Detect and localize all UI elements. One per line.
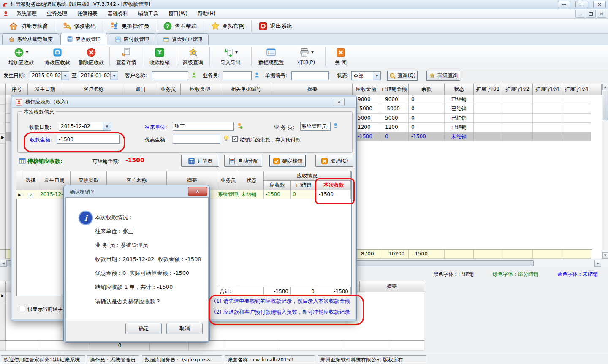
auto-assign-button[interactable]: 自动分配 bbox=[224, 155, 262, 167]
view-detail-button[interactable]: 查看详情 bbox=[111, 46, 141, 67]
date-from-combo[interactable]: 2015-09-02▼ bbox=[30, 71, 69, 80]
add-receivable-button[interactable]: ▼ 增加应收款 bbox=[2, 46, 41, 67]
salesman-person-icon[interactable] bbox=[254, 72, 260, 78]
col-header[interactable]: 扩展字段4 bbox=[562, 84, 591, 95]
dialog-salesman-input[interactable] bbox=[300, 122, 331, 131]
mdi-minimize-button[interactable]: — bbox=[575, 10, 585, 18]
data-config-button[interactable]: 数据项配置 bbox=[253, 46, 289, 67]
col-header[interactable]: 应收类型 bbox=[181, 84, 220, 95]
col-header[interactable]: 业务员 bbox=[156, 84, 181, 95]
scroll-down-icon[interactable]: ▼ bbox=[602, 252, 608, 259]
col-header[interactable]: 扩展字段1 bbox=[474, 84, 502, 95]
import-export-button[interactable]: ▼ 导入导出 bbox=[211, 46, 250, 67]
col-header[interactable]: 已结销金额 bbox=[380, 84, 409, 95]
col-header[interactable]: 扩展字段2 bbox=[502, 84, 533, 95]
discount-input[interactable] bbox=[173, 135, 220, 144]
menu-help[interactable]: 帮助(H) bbox=[193, 9, 220, 18]
customer-person-icon[interactable] bbox=[191, 72, 197, 78]
status-combo[interactable]: 全部▼ bbox=[351, 71, 381, 80]
vertical-scrollbar[interactable]: ▲ ▼ bbox=[602, 84, 608, 259]
detail-summary-header[interactable]: 摘要 bbox=[360, 281, 424, 292]
cancel-writeoff-button[interactable]: 取消(C) bbox=[315, 155, 353, 167]
writeoff-button[interactable]: ¥ 收款核销 bbox=[144, 46, 175, 67]
tab-payables[interactable]: 应付款管理 bbox=[109, 33, 155, 45]
dialog-close-button[interactable]: ✕ bbox=[334, 98, 345, 106]
calculator-button[interactable]: 计算器 bbox=[181, 155, 219, 167]
confirm-ok-button[interactable]: 确定 bbox=[125, 323, 162, 334]
row-select-checkbox[interactable]: ✓ bbox=[23, 190, 38, 199]
tab-system-nav[interactable]: 系统功能导航窗 bbox=[2, 33, 59, 45]
menu-business[interactable]: 业务处理 bbox=[42, 9, 72, 18]
edit-receivable-button[interactable]: 修改应收款 bbox=[41, 46, 74, 67]
print-button[interactable]: ▼ 打印(P) bbox=[289, 46, 324, 67]
col-header[interactable]: 余款 bbox=[409, 84, 445, 95]
scroll-left-icon[interactable]: ◀ bbox=[0, 260, 7, 267]
restore-button[interactable] bbox=[575, 1, 588, 8]
col-select-header[interactable]: 选择 bbox=[23, 171, 38, 190]
scroll-right-icon[interactable]: ▶ bbox=[594, 260, 601, 267]
svg-text:¥: ¥ bbox=[157, 49, 162, 56]
col-header[interactable]: 序号 bbox=[6, 84, 28, 95]
menu-system[interactable]: 系统管理 bbox=[11, 9, 42, 18]
customer-input[interactable] bbox=[152, 71, 188, 80]
col-current-header[interactable]: 本次收款 bbox=[317, 181, 351, 190]
close-button[interactable]: × bbox=[593, 1, 606, 8]
change-password-button[interactable]: 修改密码 bbox=[57, 20, 101, 33]
col-salesman-header[interactable]: 业务员 bbox=[217, 171, 239, 190]
mdi-restore-button[interactable] bbox=[586, 10, 596, 18]
counterparty-person-icon[interactable] bbox=[236, 122, 243, 129]
col-header[interactable]: 摘要 bbox=[272, 84, 353, 95]
col-header[interactable]: 客户名称 bbox=[62, 84, 125, 95]
chevron-down-icon[interactable]: ▼ bbox=[26, 50, 28, 54]
salesman-input[interactable] bbox=[223, 71, 252, 80]
col-header[interactable]: 应收金额 bbox=[353, 84, 380, 95]
official-site-button[interactable]: 亚拓官网 bbox=[205, 20, 250, 33]
confirm-close-button[interactable]: ✕ bbox=[188, 187, 207, 196]
switch-operator-button[interactable]: 更换操作员 bbox=[104, 20, 155, 33]
bulb-icon[interactable] bbox=[223, 135, 230, 142]
col-header[interactable]: 部门 bbox=[125, 84, 156, 95]
col-receivable-header[interactable]: 应收款 bbox=[264, 181, 291, 190]
query-button[interactable]: 查询(Q) bbox=[387, 71, 418, 81]
col-status-header[interactable]: 状态 bbox=[239, 171, 264, 190]
nav-window-button[interactable]: 功能导航窗 bbox=[3, 20, 54, 33]
advanced-query-button[interactable]: 高级查询 bbox=[178, 46, 208, 67]
col-header[interactable]: 扩展字段4 bbox=[533, 84, 562, 95]
receipt-date-combo[interactable]: 2015-12-02▼ bbox=[59, 122, 111, 131]
col-header[interactable]: 相关单据编号 bbox=[220, 84, 272, 95]
counterparty-input[interactable] bbox=[173, 122, 234, 131]
menu-tools[interactable]: 辅助工具 bbox=[133, 9, 163, 18]
col-header[interactable]: 状态 bbox=[445, 84, 474, 95]
advanced-query-bar-button[interactable]: 高级查询 bbox=[426, 71, 460, 81]
close-module-button[interactable]: 关 闭 bbox=[327, 46, 355, 67]
col-settled-header[interactable]: 已结销 bbox=[291, 181, 317, 190]
key-icon bbox=[62, 22, 71, 31]
scroll-up-icon[interactable]: ▲ bbox=[602, 84, 608, 90]
exit-system-button[interactable]: 退出系统 bbox=[253, 20, 298, 33]
tab-accounts[interactable]: 资金账户管理 bbox=[157, 33, 209, 45]
chevron-down-icon[interactable]: ▼ bbox=[235, 50, 238, 54]
calculator-icon bbox=[67, 36, 73, 42]
chevron-down-icon[interactable]: ▼ bbox=[311, 50, 314, 54]
receipt-amount-input[interactable] bbox=[57, 135, 120, 144]
mdi-close-button[interactable]: × bbox=[597, 10, 606, 18]
delete-receivable-button[interactable]: 删除应收款 bbox=[74, 46, 108, 67]
view-help-button[interactable]: ? 查看帮助 bbox=[157, 20, 202, 33]
confirm-writeoff-button[interactable]: 确定核销 bbox=[270, 155, 305, 167]
row-current-input[interactable]: -1500 bbox=[317, 190, 351, 199]
doc-no-input[interactable] bbox=[291, 71, 329, 80]
col-header[interactable]: 发生日期 bbox=[28, 84, 62, 95]
scroll-thumb[interactable] bbox=[603, 91, 608, 120]
remainder-checkbox[interactable]: ✓ bbox=[232, 136, 238, 142]
menu-basedata[interactable]: 基础资料 bbox=[103, 9, 133, 18]
menu-window[interactable]: 窗口(W) bbox=[163, 9, 193, 18]
minimize-button[interactable] bbox=[558, 1, 570, 8]
confirm-cancel-button[interactable]: 取消 bbox=[166, 323, 203, 334]
writeoff-dialog-titlebar[interactable]: 核销应收款（收入） ✕ bbox=[12, 97, 356, 108]
row-salesman: 系统管理员 bbox=[217, 190, 239, 199]
menu-reports[interactable]: 账簿报表 bbox=[72, 9, 103, 18]
current-handler-checkbox[interactable] bbox=[20, 306, 25, 311]
tab-receivables[interactable]: 应收款管理 bbox=[60, 33, 107, 45]
salesman-person-icon[interactable] bbox=[332, 122, 339, 129]
date-to-combo[interactable]: 2016-01-02▼ bbox=[79, 71, 118, 80]
